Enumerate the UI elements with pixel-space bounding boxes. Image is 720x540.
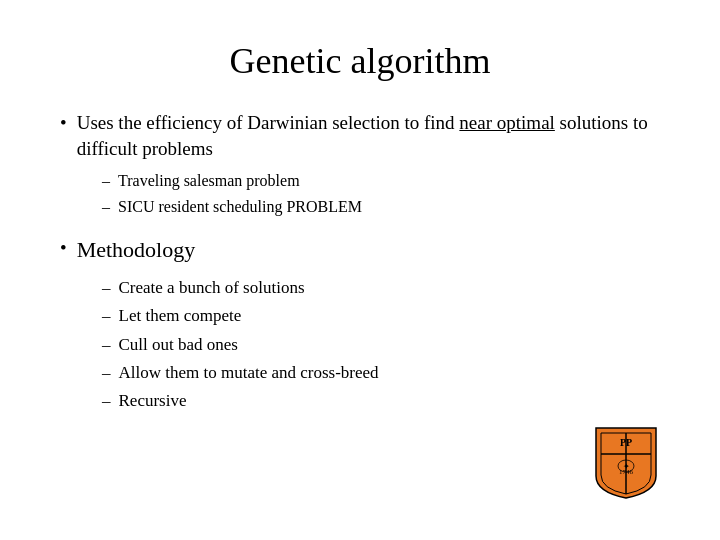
sub-bullet-2-1-text: Create a bunch of solutions bbox=[119, 275, 305, 301]
bullet-2-label: Methodology bbox=[77, 235, 196, 265]
sub-bullet-2-3-text: Cull out bad ones bbox=[119, 332, 238, 358]
bullet-2-main: • Methodology bbox=[60, 235, 660, 265]
bullet-1-sub-bullets: – Traveling salesman problem – SICU resi… bbox=[102, 169, 660, 219]
slide-title: Genetic algorithm bbox=[60, 40, 660, 82]
sub-bullet-2-5-text: Recursive bbox=[119, 388, 187, 414]
bullet-1-dot: • bbox=[60, 110, 67, 136]
sub-dash-7: – bbox=[102, 388, 111, 414]
sub-bullet-2-5: – Recursive bbox=[102, 388, 660, 414]
bullet-2-sub-bullets: – Create a bunch of solutions – Let them… bbox=[102, 275, 660, 415]
princeton-logo: PP 1746 ✦ bbox=[592, 424, 660, 502]
sub-bullet-2-2-text: Let them compete bbox=[119, 303, 242, 329]
sub-bullet-2-3: – Cull out bad ones bbox=[102, 332, 660, 358]
sub-dash-6: – bbox=[102, 360, 111, 386]
sub-bullet-1-2: – SICU resident scheduling PROBLEM bbox=[102, 195, 660, 219]
sub-dash-1: – bbox=[102, 169, 110, 193]
bullet-section-2: • Methodology – Create a bunch of soluti… bbox=[60, 235, 660, 414]
sub-bullet-2-1: – Create a bunch of solutions bbox=[102, 275, 660, 301]
bullet-1-main: • Uses the efficiency of Darwinian selec… bbox=[60, 110, 660, 161]
sub-bullet-1-2-text: SICU resident scheduling PROBLEM bbox=[118, 195, 362, 219]
sub-bullet-2-4-text: Allow them to mutate and cross-breed bbox=[119, 360, 379, 386]
bullet-1-text: Uses the efficiency of Darwinian selecti… bbox=[77, 110, 660, 161]
sub-bullet-1-1-text: Traveling salesman problem bbox=[118, 169, 300, 193]
svg-text:✦: ✦ bbox=[623, 462, 630, 471]
bullet-section-1: • Uses the efficiency of Darwinian selec… bbox=[60, 110, 660, 219]
sub-bullet-1-1: – Traveling salesman problem bbox=[102, 169, 660, 193]
slide: Genetic algorithm • Uses the efficiency … bbox=[0, 0, 720, 540]
sub-dash-4: – bbox=[102, 303, 111, 329]
svg-text:PP: PP bbox=[620, 437, 632, 448]
sub-bullet-2-2: – Let them compete bbox=[102, 303, 660, 329]
princeton-shield-icon: PP 1746 ✦ bbox=[592, 424, 660, 502]
sub-bullet-2-4: – Allow them to mutate and cross-breed bbox=[102, 360, 660, 386]
bullet-2-dot: • bbox=[60, 235, 67, 261]
sub-dash-3: – bbox=[102, 275, 111, 301]
sub-dash-2: – bbox=[102, 195, 110, 219]
underlined-text: near optimal bbox=[459, 112, 555, 133]
sub-dash-5: – bbox=[102, 332, 111, 358]
